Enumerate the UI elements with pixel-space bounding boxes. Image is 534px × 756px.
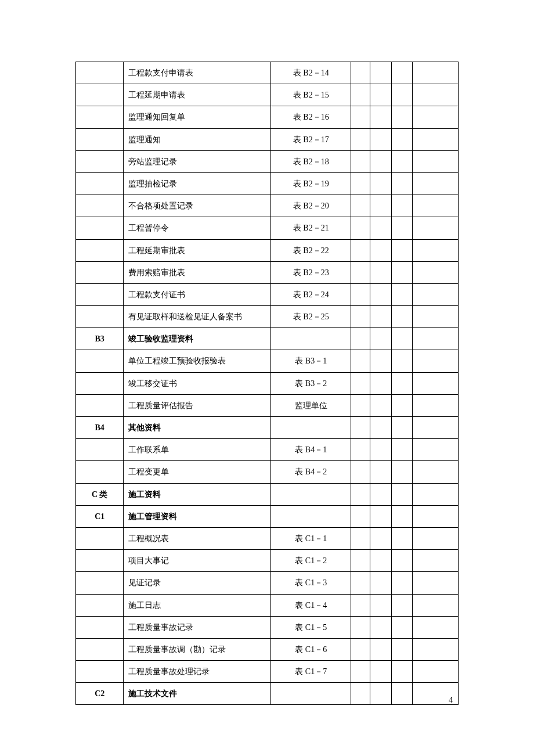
row-ref: 表 B2－15	[271, 84, 351, 106]
row-blank	[370, 550, 391, 572]
row-blank	[391, 239, 412, 261]
table-row: 不合格项处置记录表 B2－20	[76, 195, 459, 217]
row-blank	[412, 261, 458, 283]
row-name: 监理通知	[124, 128, 271, 150]
row-blank	[370, 62, 391, 84]
row-blank	[391, 306, 412, 328]
table-row: 费用索赔审批表表 B2－23	[76, 261, 459, 283]
row-blank	[370, 195, 391, 217]
row-blank	[351, 594, 370, 616]
row-blank	[370, 527, 391, 549]
table-row: 工程延期审批表表 B2－22	[76, 239, 459, 261]
table-row: 工程款支付申请表表 B2－14	[76, 62, 459, 84]
row-code	[76, 439, 124, 461]
row-name: 工程质量事故处理记录	[124, 661, 271, 683]
row-blank	[391, 261, 412, 283]
row-blank	[412, 483, 458, 505]
table-row: B4其他资料	[76, 417, 459, 439]
row-blank	[370, 328, 391, 350]
row-code	[76, 461, 124, 483]
row-blank	[391, 683, 412, 705]
row-ref: 表 B2－19	[271, 172, 351, 195]
row-blank	[351, 527, 370, 549]
row-blank	[351, 217, 370, 239]
row-code	[76, 172, 124, 195]
row-blank	[412, 638, 458, 660]
row-code	[76, 616, 124, 638]
row-blank	[351, 461, 370, 483]
row-blank	[370, 217, 391, 239]
row-name: 工程暂停令	[124, 217, 271, 239]
row-blank	[391, 550, 412, 572]
row-code	[76, 350, 124, 372]
table-row: 工程质量事故处理记录表 C1－7	[76, 661, 459, 683]
row-blank	[370, 283, 391, 305]
row-blank	[412, 239, 458, 261]
row-code: C2	[76, 683, 124, 705]
row-code: C1	[76, 505, 124, 527]
row-ref: 表 B2－24	[271, 283, 351, 305]
row-ref: 表 C1－5	[271, 616, 351, 638]
row-name: 费用索赔审批表	[124, 261, 271, 283]
table-row: 项目大事记表 C1－2	[76, 550, 459, 572]
row-blank	[391, 84, 412, 106]
row-ref	[271, 505, 351, 527]
row-ref: 表 B3－1	[271, 350, 351, 372]
row-ref: 表 B3－2	[271, 372, 351, 394]
row-blank	[370, 483, 391, 505]
row-code	[76, 527, 124, 549]
row-blank	[391, 505, 412, 527]
row-blank	[412, 527, 458, 549]
row-blank	[351, 572, 370, 594]
row-name: 见证记录	[124, 572, 271, 594]
row-code	[76, 239, 124, 261]
table-row: 工作联系单表 B4－1	[76, 439, 459, 461]
row-blank	[391, 572, 412, 594]
table-row: 工程质量事故调（勘）记录表 C1－6	[76, 638, 459, 660]
row-ref: 监理单位	[271, 394, 351, 416]
row-blank	[412, 217, 458, 239]
row-blank	[412, 550, 458, 572]
row-ref: 表 B4－1	[271, 439, 351, 461]
row-blank	[370, 239, 391, 261]
row-blank	[391, 461, 412, 483]
row-name: 工程概况表	[124, 527, 271, 549]
row-ref: 表 B2－17	[271, 128, 351, 150]
row-ref: 表 B2－22	[271, 239, 351, 261]
row-name: 工程质量事故调（勘）记录	[124, 638, 271, 660]
row-blank	[412, 172, 458, 195]
row-blank	[412, 461, 458, 483]
row-blank	[391, 661, 412, 683]
row-ref	[271, 417, 351, 439]
row-code	[76, 84, 124, 106]
row-blank	[412, 128, 458, 150]
row-blank	[370, 394, 391, 416]
row-blank	[351, 616, 370, 638]
row-blank	[370, 372, 391, 394]
row-blank	[370, 84, 391, 106]
row-blank	[412, 372, 458, 394]
row-blank	[351, 106, 370, 128]
row-code	[76, 638, 124, 660]
document-page: 工程款支付申请表表 B2－14工程延期申请表表 B2－15监理通知回复单表 B2…	[0, 0, 534, 756]
row-blank	[370, 661, 391, 683]
table-row: C1施工管理资料	[76, 505, 459, 527]
row-blank	[391, 594, 412, 616]
row-ref: 表 C1－6	[271, 638, 351, 660]
row-blank	[370, 106, 391, 128]
row-code	[76, 372, 124, 394]
row-ref	[271, 683, 351, 705]
row-blank	[412, 283, 458, 305]
row-code	[76, 306, 124, 328]
row-name: 施工技术文件	[124, 683, 271, 705]
row-blank	[351, 550, 370, 572]
row-code	[76, 572, 124, 594]
row-name: 竣工验收监理资料	[124, 328, 271, 350]
row-ref: 表 B2－18	[271, 150, 351, 172]
table-row: B3竣工验收监理资料	[76, 328, 459, 350]
row-blank	[412, 150, 458, 172]
row-blank	[351, 505, 370, 527]
row-blank	[351, 661, 370, 683]
row-blank	[370, 616, 391, 638]
table-row: 单位工程竣工预验收报验表表 B3－1	[76, 350, 459, 372]
